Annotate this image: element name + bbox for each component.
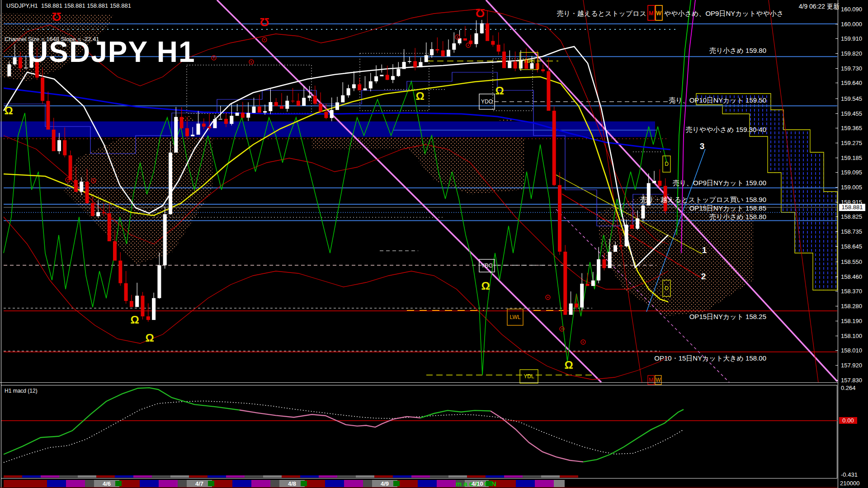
- panel-divider[interactable]: [0, 382, 838, 383]
- candle-body: [124, 283, 128, 301]
- candle-body: [208, 127, 211, 128]
- candle-body: [91, 203, 94, 216]
- candle-body: [413, 61, 417, 67]
- signal-dot-center: [561, 328, 563, 330]
- date-label: 4/6: [97, 480, 117, 487]
- day-open-marker: [115, 481, 122, 486]
- session-segment: [418, 480, 437, 487]
- mini-session-strip: [467, 475, 486, 478]
- candle-body: [285, 101, 289, 109]
- mini-session-strip: [430, 475, 448, 478]
- mini-session-strip: [300, 475, 319, 478]
- mini-session-strip: [523, 475, 541, 478]
- candle-body: [7, 64, 11, 76]
- candle-body: [630, 225, 634, 229]
- candle-body: [52, 130, 56, 151]
- candle-body: [219, 119, 222, 120]
- macd-main-line: [583, 409, 684, 462]
- session-segment: [554, 480, 565, 487]
- sell-arrow-icon: Ω: [52, 10, 61, 23]
- price-tick-label: 158.735: [841, 228, 868, 235]
- price-tick-label: 159.545: [841, 95, 868, 102]
- level-annotation: OP15日NYカット 158.25: [689, 313, 766, 320]
- candle-body: [130, 301, 133, 307]
- time-axis[interactable]: macd ON4/64/74/84/94/10: [1, 480, 838, 487]
- date-label: 4/9: [375, 480, 395, 487]
- candle-body: [146, 316, 150, 320]
- session-segment: [325, 480, 344, 487]
- signal-dot-center: [67, 179, 69, 181]
- level-annotation: やや小さめ、OP9日NYカットやや小さ: [664, 9, 783, 17]
- candle-body: [497, 45, 500, 52]
- candle-body: [619, 245, 623, 246]
- candle-body: [347, 88, 350, 95]
- price-tick-label: 159.730: [841, 65, 868, 72]
- level-label-text: D: [665, 161, 669, 167]
- wave-count-number: 3: [700, 141, 705, 151]
- candle-body: [246, 113, 250, 118]
- candle-body: [341, 95, 344, 103]
- candle-body: [658, 181, 661, 186]
- mini-session-strip: [41, 475, 59, 478]
- candle-body: [452, 43, 456, 50]
- level-annotation: 売りやや小さめ 159.30-40: [686, 126, 766, 133]
- buy-arrow-icon: Ω: [4, 104, 13, 117]
- candle-body: [514, 61, 517, 68]
- session-segment: [516, 480, 535, 487]
- sell-arrow-icon: Ω: [476, 6, 485, 20]
- day-open-marker: [208, 481, 214, 486]
- candle-body: [652, 181, 656, 183]
- price-tick-label: 159.640: [841, 80, 868, 86]
- session-segment: [344, 480, 363, 487]
- buy-arrow-icon: Ω: [481, 280, 490, 292]
- date-label: 4/7: [189, 480, 209, 487]
- volume-scale-label: 210000: [840, 480, 859, 487]
- candle-body: [569, 304, 573, 315]
- candle-body: [263, 111, 267, 113]
- candle-body: [547, 71, 550, 111]
- macd-canvas[interactable]: [0, 385, 838, 479]
- signal-dot-center: [264, 39, 265, 41]
- level-label-text: YDL: [524, 373, 534, 380]
- trend-line[interactable]: [217, 0, 601, 382]
- trendline-layer[interactable]: [217, 0, 837, 382]
- candle-body: [202, 123, 206, 127]
- mini-session-strip: [337, 475, 356, 478]
- mini-session-strip: [504, 475, 523, 478]
- buy-arrow-icon: Ω: [145, 332, 154, 344]
- update-time-label: 4/9 06:22 更新: [799, 3, 840, 11]
- candle-body: [330, 110, 334, 118]
- candle-body: [308, 96, 311, 98]
- candle-body: [541, 69, 545, 71]
- trend-line[interactable]: [583, 0, 642, 382]
- price-tick-label: 159.910: [841, 35, 868, 42]
- candle-body: [608, 252, 612, 268]
- mini-session-strip: [152, 475, 170, 478]
- candle-body: [597, 259, 600, 281]
- level-annotation: 売り、OP10日NYカット 159.50: [669, 96, 766, 104]
- macd-main-line: [240, 410, 420, 427]
- level-annotation: 売り、OP9日NYカット 159.00: [673, 179, 766, 187]
- price-tick-label: 159.185: [841, 155, 868, 161]
- candle-body: [552, 111, 556, 185]
- mini-session-strip: [282, 475, 300, 478]
- candle-body: [241, 113, 245, 117]
- session-segment: [178, 480, 187, 487]
- level-label-text: LWL: [510, 314, 521, 320]
- level-annotation: 売り小さめ 159.80: [709, 47, 766, 54]
- macd-zero-badge: 0.00: [839, 417, 857, 424]
- candle-body: [224, 119, 228, 124]
- session-segment: [27, 480, 47, 487]
- sell-arrow-icon: Ω: [260, 15, 269, 29]
- mini-session-strip: [448, 475, 467, 478]
- candle-body: [536, 63, 539, 69]
- mini-session-strip: [356, 475, 374, 478]
- candle-body: [486, 23, 489, 41]
- price-tick-label: 158.825: [841, 213, 868, 220]
- candle-body: [380, 75, 383, 76]
- candle-body: [46, 101, 50, 129]
- mini-session-strip: [411, 475, 430, 478]
- candle-body: [230, 116, 233, 124]
- session-segment: [535, 480, 554, 487]
- date-label: 4/8: [282, 480, 302, 487]
